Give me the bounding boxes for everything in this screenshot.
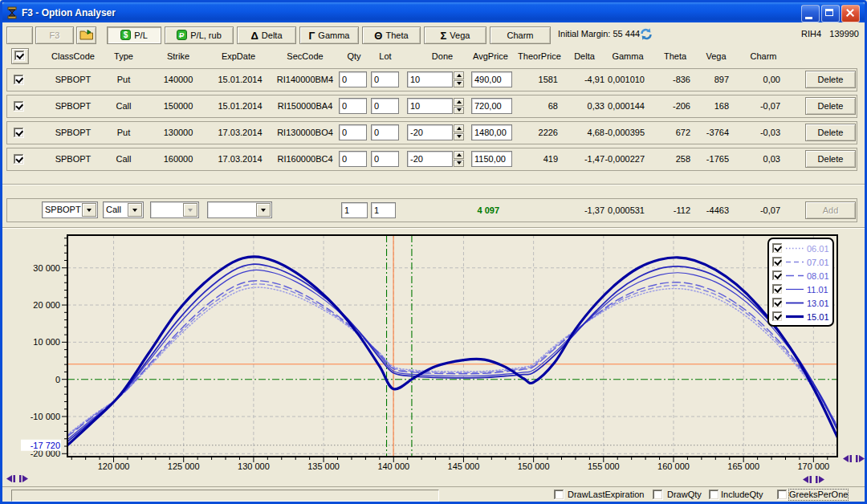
x-tick-label: 170 000	[797, 461, 829, 471]
done-spinner[interactable]	[454, 151, 464, 167]
open-button[interactable]	[76, 26, 96, 44]
legend-checkbox[interactable]	[772, 270, 783, 281]
vega-button[interactable]: ΣVega	[424, 26, 486, 44]
type-select[interactable]: Call	[103, 201, 144, 218]
select-all-checkbox[interactable]	[14, 51, 25, 61]
expdate-select[interactable]	[207, 201, 272, 218]
spinner-up-icon[interactable]	[454, 98, 464, 106]
delete-button[interactable]: Delete	[805, 71, 856, 88]
add-qty-input[interactable]	[341, 202, 368, 218]
legend-label: 13.01	[807, 299, 829, 308]
delta-button[interactable]: ΔDelta	[237, 26, 296, 44]
delete-button[interactable]: Delete	[805, 124, 856, 141]
minimize-button[interactable]	[801, 5, 820, 22]
row-checkbox[interactable]	[14, 154, 24, 165]
done-input[interactable]	[407, 98, 453, 114]
checkbox-greeksperone[interactable]	[777, 490, 788, 500]
qty-input[interactable]	[339, 124, 367, 140]
done-spinner[interactable]	[454, 98, 464, 114]
lot-input[interactable]	[371, 98, 399, 114]
legend-item-07.01: 07.01	[772, 255, 829, 269]
qty-input[interactable]	[339, 71, 367, 87]
close-button[interactable]	[841, 5, 860, 22]
x-scroll-left-arrows[interactable]	[6, 475, 28, 482]
checkbox-label-greeksperone[interactable]: GreeksPerOne	[789, 490, 848, 500]
checkbox-label-drawlastexpiration[interactable]: DrawLastExpiration	[568, 490, 644, 500]
gamma-button[interactable]: ΓGamma	[299, 26, 359, 44]
checkbox-label-drawqty[interactable]: DrawQty	[667, 490, 702, 500]
spinner-down-icon[interactable]	[454, 107, 464, 115]
sigma-icon: Σ	[441, 30, 447, 42]
add-button[interactable]: Add	[805, 201, 856, 219]
pl-button[interactable]: $P/L	[107, 26, 161, 44]
x-tick-label: 130 000	[238, 461, 270, 471]
button-label: Gamma	[318, 30, 349, 40]
blank-button[interactable]	[6, 26, 33, 44]
x-scroll-right-arrows[interactable]	[803, 476, 824, 483]
legend-checkbox[interactable]	[772, 298, 783, 308]
legend-checkbox[interactable]	[772, 257, 783, 267]
app-icon	[6, 6, 18, 19]
row-checkbox[interactable]	[14, 128, 24, 138]
pl-rub-button[interactable]: PP/L, rub	[165, 26, 234, 44]
spinner-up-icon[interactable]	[454, 124, 464, 132]
refresh-icon[interactable]	[639, 27, 653, 43]
avgprice-input[interactable]	[471, 124, 512, 140]
legend-line-sample	[785, 312, 804, 321]
cell-charm: -0,07	[732, 96, 780, 117]
classcode-select[interactable]: SPBOPT	[42, 201, 98, 218]
done-spinner[interactable]	[454, 71, 464, 87]
spinner-down-icon[interactable]	[454, 133, 464, 141]
cell-gamma: -0,000395	[588, 122, 645, 144]
select-all-button[interactable]	[11, 48, 29, 64]
chevron-down-icon[interactable]	[82, 203, 96, 217]
x-tick-label: 125 000	[168, 461, 200, 471]
plot-area	[67, 235, 837, 457]
delete-button[interactable]: Delete	[805, 150, 856, 168]
done-input[interactable]	[407, 124, 453, 140]
y-tick-label: 30 000	[33, 263, 60, 273]
x-scroll-far-right-arrows[interactable]	[843, 455, 865, 462]
qty-input[interactable]	[339, 98, 367, 114]
chevron-down-icon[interactable]	[256, 203, 271, 217]
row-checkbox[interactable]	[14, 101, 24, 112]
spinner-up-icon[interactable]	[454, 151, 464, 159]
cell-theorprice: 1581	[510, 69, 558, 91]
theta-icon: Θ	[374, 30, 382, 42]
min-pl-label: -17 720	[31, 441, 60, 450]
avgprice-input[interactable]	[471, 151, 512, 167]
checkbox-drawqty[interactable]	[653, 490, 663, 500]
x-tick-label: 155 000	[588, 461, 620, 471]
lot-input[interactable]	[371, 151, 399, 167]
done-input[interactable]	[407, 71, 453, 87]
spinner-down-icon[interactable]	[454, 80, 464, 88]
chevron-down-icon	[183, 203, 197, 217]
avgprice-input[interactable]	[471, 71, 512, 87]
cell-vega: -1765	[681, 148, 729, 170]
legend-checkbox[interactable]	[772, 284, 783, 295]
charm-button[interactable]: Charm	[490, 26, 551, 44]
cell-vega: -3764	[681, 122, 729, 144]
delete-button[interactable]: Delete	[805, 97, 856, 115]
qty-input[interactable]	[339, 151, 367, 167]
avgprice-input[interactable]	[471, 98, 512, 114]
checkbox-includeqty[interactable]	[709, 490, 719, 500]
checkbox-drawlastexpiration[interactable]	[554, 490, 564, 500]
lot-input[interactable]	[371, 71, 399, 87]
spinner-down-icon[interactable]	[454, 160, 464, 168]
table-row: SPBOPT Put 140000 15.01.2014 RI140000BM4…	[6, 68, 857, 91]
done-input[interactable]	[407, 151, 453, 167]
spinner-up-icon[interactable]	[454, 71, 464, 79]
done-spinner[interactable]	[454, 124, 464, 140]
lot-input[interactable]	[371, 124, 399, 140]
checkbox-label-includeqty[interactable]: IncludeQty	[721, 490, 763, 500]
add-lot-input[interactable]	[371, 202, 396, 218]
legend-checkbox[interactable]	[772, 311, 783, 322]
theta-button[interactable]: ΘTheta	[362, 26, 421, 44]
legend-checkbox[interactable]	[772, 243, 783, 254]
maximize-button[interactable]	[821, 5, 840, 22]
row-checkbox[interactable]	[14, 75, 24, 85]
x-tick-label: 150 000	[518, 461, 550, 471]
chevron-down-icon[interactable]	[128, 203, 142, 217]
table-row: SPBOPT Put 130000 17.03.2014 RI130000BO4…	[6, 121, 857, 144]
